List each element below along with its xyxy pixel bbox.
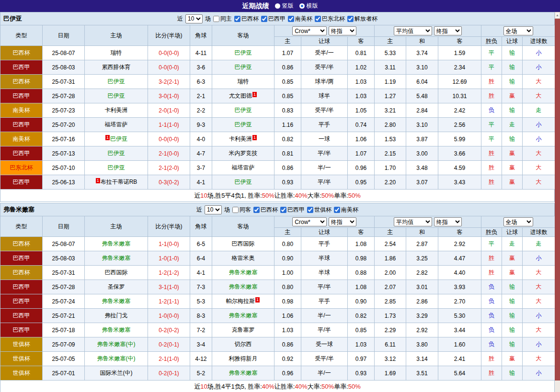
corner-cell: 6-5 xyxy=(190,237,212,251)
result-handicap-cell: 输 xyxy=(502,132,523,146)
col-home: 主场 xyxy=(85,25,148,46)
handicap-cell: 球半 xyxy=(301,89,348,103)
home-odds-cell: 1.00 xyxy=(274,266,301,280)
league-filter-1[interactable]: 巴西甲 xyxy=(261,15,286,23)
scrollbar-thumb[interactable] xyxy=(555,19,560,381)
final-odds-select-2[interactable]: 终指 xyxy=(434,26,462,35)
final-odds-select[interactable]: 终指 xyxy=(329,26,356,35)
league-checkbox[interactable] xyxy=(334,207,340,213)
games-count-select[interactable]: 10 xyxy=(185,14,203,23)
league-checkbox[interactable] xyxy=(315,16,321,22)
handicap-cell: 平/半 xyxy=(301,175,348,190)
avg-away-cell: 10.31 xyxy=(438,89,481,103)
team-label: 弗鲁米嫩塞 xyxy=(229,269,258,276)
league-filter-3[interactable]: 南美杯 xyxy=(334,206,358,214)
league-checkbox[interactable] xyxy=(253,207,260,213)
away-odds-cell: 0.97 xyxy=(348,352,375,366)
col-corner: 角球 xyxy=(190,216,212,237)
handicap-cell: 平/半 xyxy=(301,280,348,294)
result-wdl-cell: 胜 xyxy=(481,161,502,175)
league-filter-list: 巴西杯巴西甲南美杯巴东北杯解放者杯 xyxy=(234,15,377,23)
avg-draw-cell: 2.87 xyxy=(406,237,438,251)
near-label: 近 xyxy=(177,15,183,23)
date-cell: 25-07-13 xyxy=(43,146,85,161)
away-odds-cell: 0.81 xyxy=(348,46,375,60)
league-checkbox[interactable] xyxy=(261,16,267,22)
col-date: 日期 xyxy=(43,25,85,46)
team-label: 弗拉门戈 xyxy=(105,312,128,319)
corner-cell: 4-0 xyxy=(190,132,212,146)
league-filter-1[interactable]: 巴西甲 xyxy=(280,206,305,214)
result-handicap-cell: 输 xyxy=(502,294,523,309)
league-label: 南美杯 xyxy=(341,206,358,214)
avg-draw-cell: 2.92 xyxy=(406,323,438,337)
avg-draw-cell: 3.74 xyxy=(406,46,438,60)
league-filter-3[interactable]: 巴东北杯 xyxy=(315,15,345,23)
league-type-cell: 巴西杯 xyxy=(0,266,43,280)
league-filter-4[interactable]: 解放者杯 xyxy=(347,15,377,23)
fulltime-select[interactable]: 全场 xyxy=(503,26,533,35)
result-wdl-cell: 胜 xyxy=(481,266,502,280)
league-filter-2[interactable]: 南美杯 xyxy=(288,15,312,23)
final-odds-select-2[interactable]: 终指 xyxy=(434,217,462,226)
same-venue-checkbox[interactable] xyxy=(213,16,219,22)
avg-home-cell: 2.15 xyxy=(375,146,406,161)
result-wdl-cell: 平 xyxy=(481,60,502,75)
league-type-cell: 巴西甲 xyxy=(0,118,43,132)
games-count-select[interactable]: 10 xyxy=(205,205,222,214)
league-checkbox[interactable] xyxy=(280,207,286,213)
subcol-avg-draw: 和 xyxy=(406,37,438,46)
same-venue-filter[interactable]: 同客 xyxy=(232,206,251,214)
away-team-cell: 弗鲁米嫩塞 xyxy=(212,280,274,294)
score-cell: 0-0(0-0) xyxy=(148,46,190,60)
league-filter-0[interactable]: 巴西杯 xyxy=(234,15,259,23)
avg-home-cell: 1.53 xyxy=(375,132,406,146)
average-select[interactable]: 平均值 xyxy=(394,26,432,35)
home-team-cell: 1巴伊亚 xyxy=(85,132,148,146)
same-venue-checkbox[interactable] xyxy=(232,207,239,213)
league-checkbox[interactable] xyxy=(307,207,313,213)
final-odds-select[interactable]: 终指 xyxy=(329,217,356,226)
avg-away-cell: 3.66 xyxy=(438,146,481,161)
bookmaker-select[interactable]: Crow* xyxy=(292,217,327,226)
league-checkbox[interactable] xyxy=(234,16,240,22)
home-team-cell: 累西腓体育 xyxy=(85,60,148,75)
result-goals-cell: 走 xyxy=(523,103,555,118)
league-type-cell: 巴西甲 xyxy=(0,280,43,294)
result-wdl-cell: 胜 xyxy=(481,366,502,381)
red-card-badge: 1 xyxy=(255,297,260,302)
subcol-avg-away: 客 xyxy=(438,37,481,46)
handicap-cell: 半/一 xyxy=(301,161,348,175)
handicap-cell: 受一球 xyxy=(301,337,348,352)
result-wdl-cell: 胜 xyxy=(481,352,502,366)
league-checkbox[interactable] xyxy=(288,16,294,22)
league-type-cell: 巴西甲 xyxy=(0,323,43,337)
bookmaker-select[interactable]: Crow* xyxy=(292,26,327,35)
avg-draw-cell: 3.29 xyxy=(406,309,438,323)
scroll-up-icon[interactable]: ▲ xyxy=(555,12,560,19)
fulltime-select[interactable]: 全场 xyxy=(503,217,533,226)
team-label: 巴伊亚 xyxy=(235,179,252,185)
away-odds-cell: 0.98 xyxy=(348,251,375,266)
avg-home-cell: 2.20 xyxy=(375,175,406,190)
date-cell: 25-07-20 xyxy=(43,118,85,132)
home-team-cell: 巴伊亚 xyxy=(85,161,148,175)
handicap-cell: 受半/一 xyxy=(301,46,348,60)
home-odds-cell: 0.90 xyxy=(274,251,301,266)
team-label: 切尔西 xyxy=(235,341,252,347)
away-odds-cell: 0.88 xyxy=(348,266,375,280)
fulltime-header: 全场 xyxy=(481,25,555,37)
league-checkbox[interactable] xyxy=(347,16,354,22)
match-row: 巴西杯25-07-31巴伊亚3-2(2-1)6-3瑞特0.85球半/两1.031… xyxy=(0,75,555,89)
average-select[interactable]: 平均值 xyxy=(394,217,432,226)
scrollbar[interactable]: ▲ xyxy=(555,12,560,392)
avg-away-cell: 2.41 xyxy=(438,352,481,366)
avg-home-cell: 1.19 xyxy=(375,75,406,89)
result-wdl-cell: 胜 xyxy=(481,146,502,161)
league-filter-2[interactable]: 世俱杯 xyxy=(307,206,331,214)
league-filter-0[interactable]: 巴西杯 xyxy=(253,206,278,214)
horizontal-layout-radio[interactable]: 横版 xyxy=(299,2,318,10)
same-venue-filter[interactable]: 同主 xyxy=(213,15,232,23)
team-label: 卡利美洲 xyxy=(105,107,128,113)
vertical-layout-radio[interactable]: 竖版 xyxy=(275,2,294,10)
